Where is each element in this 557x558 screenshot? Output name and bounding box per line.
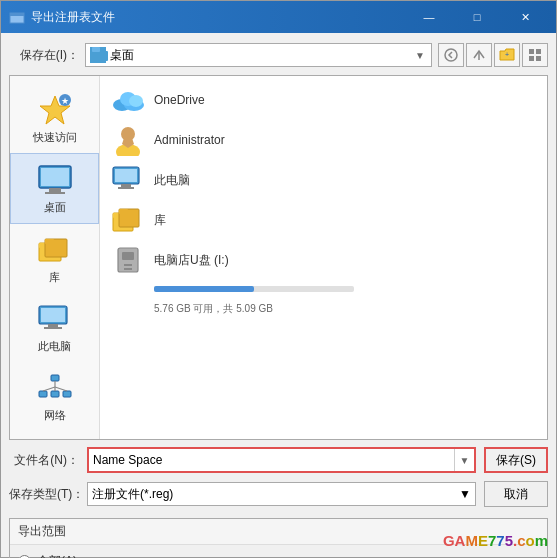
desktop-label: 桌面 [44, 200, 66, 215]
location-icon [90, 47, 106, 63]
library-list-icon [112, 204, 144, 236]
filename-row: 文件名(N)： ▼ 保存(S) [9, 446, 548, 474]
svg-point-4 [445, 49, 457, 61]
list-item[interactable]: 库 [104, 200, 543, 240]
svg-rect-1 [10, 13, 24, 16]
quickaccess-label: 快速访问 [33, 130, 77, 145]
svg-rect-42 [121, 184, 131, 187]
filename-dropdown-arrow[interactable]: ▼ [454, 449, 474, 471]
file-list-area[interactable]: OneDrive Administrator [100, 76, 547, 439]
drive-name-row: 电脑店U盘 (I:) [112, 244, 229, 276]
list-item[interactable]: OneDrive [104, 80, 543, 120]
thispc-list-icon [112, 164, 144, 196]
svg-rect-29 [63, 391, 71, 397]
library-icon [37, 232, 73, 268]
new-folder-button[interactable]: + [494, 43, 520, 67]
title-controls: — □ ✕ [406, 6, 548, 28]
title-bar: 导出注册表文件 — □ ✕ [1, 1, 556, 33]
svg-text:+: + [505, 51, 509, 58]
location-dropdown-arrow: ▼ [415, 50, 427, 61]
minimize-button[interactable]: — [406, 6, 452, 28]
svg-line-31 [43, 387, 55, 391]
filename-input-wrapper: ▼ [87, 447, 476, 473]
svg-rect-50 [124, 264, 132, 266]
svg-point-36 [129, 95, 143, 107]
list-item[interactable]: Administrator [104, 120, 543, 160]
radio-all-label[interactable]: 全部(A) [37, 553, 77, 558]
export-section-title: 导出范围 [10, 519, 547, 545]
export-section: 导出范围 全部(A) 所选分支(E) [9, 518, 548, 558]
drive-list-name: 电脑店U盘 (I:) [154, 252, 229, 269]
sidebar-item-desktop[interactable]: 桌面 [10, 153, 99, 224]
save-in-label: 保存在(I)： [9, 47, 79, 64]
view-button[interactable] [522, 43, 548, 67]
title-icon [9, 9, 25, 25]
export-section-body: 全部(A) 所选分支(E) [10, 545, 547, 558]
svg-rect-23 [41, 308, 65, 322]
desktop-icon [37, 162, 73, 198]
svg-rect-41 [115, 169, 137, 182]
svg-rect-3 [92, 47, 100, 52]
filename-label: 文件名(N)： [9, 452, 79, 469]
list-item[interactable]: 电脑店U盘 (I:) 5.76 GB 可用，共 5.09 GB [104, 240, 543, 320]
svg-rect-27 [39, 391, 47, 397]
administrator-icon [112, 124, 144, 156]
thispc-label: 此电脑 [38, 339, 71, 354]
svg-rect-47 [119, 209, 128, 214]
filename-input[interactable] [89, 453, 454, 467]
svg-rect-2 [90, 51, 108, 61]
library-label: 库 [49, 270, 60, 285]
back-button[interactable] [438, 43, 464, 67]
filetype-value: 注册文件(*.reg) [92, 486, 173, 503]
save-button[interactable]: 保存(S) [484, 447, 548, 473]
drive-progress-bar [154, 286, 354, 292]
svg-rect-49 [122, 252, 134, 260]
svg-rect-7 [529, 49, 534, 54]
sidebar: ★ 快速访问 桌面 [10, 76, 100, 439]
svg-rect-17 [45, 192, 65, 194]
svg-rect-28 [51, 391, 59, 397]
sidebar-item-network[interactable]: 网络 [10, 362, 99, 431]
drive-progress-fill [154, 286, 254, 292]
thispc-icon [37, 301, 73, 337]
filetype-row: 保存类型(T)： 注册文件(*.reg) ▼ 取消 [9, 480, 548, 508]
list-item[interactable]: 此电脑 [104, 160, 543, 200]
maximize-button[interactable]: □ [454, 6, 500, 28]
svg-rect-10 [536, 56, 541, 61]
main-area: ★ 快速访问 桌面 [9, 75, 548, 440]
onedrive-icon [112, 84, 144, 116]
svg-line-32 [55, 387, 67, 391]
svg-text:★: ★ [61, 96, 69, 106]
svg-rect-21 [45, 239, 54, 244]
thispc-list-name: 此电脑 [154, 172, 535, 189]
svg-rect-15 [41, 168, 69, 186]
network-icon [37, 370, 73, 406]
quickaccess-icon: ★ [37, 92, 73, 128]
filetype-label: 保存类型(T)： [9, 486, 79, 503]
sidebar-item-quickaccess[interactable]: ★ 快速访问 [10, 84, 99, 153]
filetype-arrow-icon: ▼ [459, 487, 471, 501]
administrator-name: Administrator [154, 133, 535, 147]
sidebar-item-library[interactable]: 库 [10, 224, 99, 293]
svg-rect-43 [118, 187, 134, 189]
dialog-content: 保存在(I)： 桌面 ▼ [1, 33, 556, 558]
toolbar-row: 保存在(I)： 桌面 ▼ [9, 41, 548, 69]
svg-rect-24 [48, 324, 58, 327]
filetype-combo[interactable]: 注册文件(*.reg) ▼ [87, 482, 476, 506]
library-list-name: 库 [154, 212, 535, 229]
onedrive-name: OneDrive [154, 93, 535, 107]
usb-list-icon [112, 244, 144, 276]
network-label: 网络 [44, 408, 66, 423]
close-button[interactable]: ✕ [502, 6, 548, 28]
cancel-button[interactable]: 取消 [484, 481, 548, 507]
location-combo[interactable]: 桌面 ▼ [85, 43, 432, 67]
sidebar-item-thispc[interactable]: 此电脑 [10, 293, 99, 362]
location-text: 桌面 [110, 47, 411, 64]
drive-size-text: 5.76 GB 可用，共 5.09 GB [154, 302, 273, 316]
svg-rect-16 [49, 188, 61, 192]
dialog-window: 导出注册表文件 — □ ✕ 保存在(I)： 桌面 ▼ [0, 0, 557, 558]
svg-rect-25 [44, 327, 62, 329]
radio-row-all: 全部(A) [18, 553, 539, 558]
title-text: 导出注册表文件 [31, 9, 406, 26]
up-button[interactable] [466, 43, 492, 67]
